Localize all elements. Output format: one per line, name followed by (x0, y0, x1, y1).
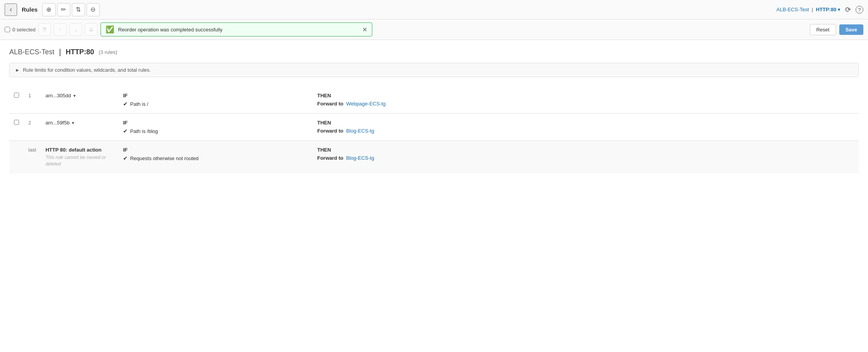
header-separator: | (59, 48, 61, 57)
rule-last-condition: ✔ Requests otherwise not routed (123, 155, 308, 161)
move-down-button[interactable]: ↓ (69, 23, 82, 36)
rule-last-forward-label: Forward to (317, 155, 343, 161)
rule-2-checkbox[interactable] (14, 120, 19, 125)
rule-2-action: Forward to Blog-ECS-tg (317, 128, 854, 134)
success-message: Reorder operation was completed successf… (118, 27, 358, 33)
rule-1-then-label: THEN (317, 93, 854, 98)
rules-count: (3 rules) (99, 49, 117, 55)
move-up-icon: ↑ (59, 26, 62, 33)
info-arrow-icon: ► (15, 67, 20, 73)
rule-2-target-link[interactable]: Blog-ECS-tg (346, 128, 374, 134)
rule-last-action: Forward to Blog-ECS-tg (317, 155, 854, 161)
rule-1-target-link[interactable]: Webpage-ECS-tg (346, 101, 386, 107)
plus-icon: ⊕ (46, 6, 51, 13)
back-button[interactable]: ‹ (5, 3, 17, 16)
instance-name: ALB-ECS-Test (776, 7, 809, 12)
rule-last-cannot-move: This rule cannot be moved or deleted (45, 154, 114, 167)
rule-1-number: 1 (24, 86, 41, 114)
check-icon: ✔ (123, 128, 128, 134)
info-box[interactable]: ► Rule limits for condition values, wild… (9, 63, 859, 77)
rule-2-if-cell: IF ✔ Path is /blog (118, 114, 312, 141)
table-row: last HTTP 80: default action This rule c… (9, 141, 859, 174)
rule-2-condition-text: Path is /blog (130, 128, 158, 134)
listener-label: HTTP:80 (816, 7, 837, 12)
rule-1-condition: ✔ Path is / (123, 101, 308, 107)
rule-1-dropdown[interactable]: ▾ (73, 93, 76, 98)
success-icon: ✅ (106, 25, 114, 34)
rule-1-condition-text: Path is / (130, 101, 148, 107)
rule-last-target-link[interactable]: Blog-ECS-tg (346, 155, 374, 161)
table-row: 1 arn...305dd ▾ IF ✔ Path is / THEN (9, 86, 859, 114)
minus-icon: ⊖ (90, 6, 95, 13)
page-title: ALB-ECS-Test (9, 48, 54, 56)
move-up-button[interactable]: ↑ (54, 23, 66, 36)
reorder-button[interactable]: ⇅ (72, 3, 85, 16)
add-rule-button[interactable]: ⊕ (42, 3, 56, 16)
main-content: ALB-ECS-Test | HTTP:80 (3 rules) ► Rule … (0, 40, 868, 352)
rule-2-number: 2 (24, 114, 41, 141)
rule-1-arn: arn...305dd (45, 93, 71, 98)
rule-last-number: last (24, 141, 41, 174)
page-listener: HTTP:80 (66, 48, 94, 56)
move-top-icon: ⇈ (42, 26, 47, 33)
move-top-button[interactable]: ⇈ (38, 23, 51, 36)
dropdown-caret[interactable]: ▾ (838, 7, 840, 12)
save-button[interactable]: Save (839, 24, 863, 35)
page-header: ALB-ECS-Test | HTTP:80 (3 rules) (9, 48, 859, 57)
rule-1-checkbox[interactable] (14, 93, 19, 98)
delete-rule-button[interactable]: ⊖ (87, 3, 100, 16)
close-banner-button[interactable]: ✕ (362, 26, 367, 33)
reset-button[interactable]: Reset (810, 24, 836, 35)
selected-count: 0 selected (12, 27, 35, 33)
rule-last-check-cell (9, 141, 24, 174)
rule-last-then-label: THEN (317, 147, 854, 153)
select-all-checkbox[interactable] (5, 27, 10, 32)
instance-info: ALB-ECS-Test | HTTP:80 ▾ (776, 7, 840, 12)
rule-2-arn-cell: arn...59f5b ▾ (41, 114, 118, 141)
close-icon: ✕ (362, 26, 367, 33)
rule-1-if-cell: IF ✔ Path is / (118, 86, 312, 114)
rule-2-then-cell: THEN Forward to Blog-ECS-tg (312, 114, 859, 141)
rule-1-arn-cell: arn...305dd ▾ (41, 86, 118, 114)
toolbar-title: Rules (22, 6, 38, 13)
check-icon: ✔ (123, 155, 128, 161)
success-banner: ✅ Reorder operation was completed succes… (101, 22, 372, 36)
move-down-icon: ↓ (75, 26, 77, 33)
rules-table: 1 arn...305dd ▾ IF ✔ Path is / THEN (9, 86, 859, 174)
rule-1-action: Forward to Webpage-ECS-tg (317, 101, 854, 107)
top-toolbar: ‹ Rules ⊕ ✏ ⇅ ⊖ ALB-ECS-Test | HTTP:80 ▾… (0, 0, 868, 19)
info-box-text: Rule limits for condition values, wildca… (23, 67, 151, 73)
move-bottom-button[interactable]: ⇊ (85, 23, 97, 36)
rule-2-if-label: IF (123, 120, 308, 126)
rule-2-arn: arn...59f5b (45, 120, 69, 126)
edit-icon: ✏ (61, 6, 66, 13)
edit-rule-button[interactable]: ✏ (57, 3, 70, 16)
refresh-icon: ⟳ (845, 6, 851, 14)
rule-2-condition: ✔ Path is /blog (123, 128, 308, 134)
help-icon: ? (856, 6, 863, 14)
rule-1-if-label: IF (123, 93, 308, 98)
rule-last-then-cell: THEN Forward to Blog-ECS-tg (312, 141, 859, 174)
help-button[interactable]: ? (856, 5, 863, 14)
rule-last-if-label: IF (123, 147, 308, 153)
check-icon: ✔ (123, 101, 128, 107)
select-all-wrapper: 0 selected (5, 27, 35, 33)
toolbar-right: ALB-ECS-Test | HTTP:80 ▾ ⟳ ? (776, 5, 863, 14)
move-bottom-icon: ⇊ (89, 26, 94, 33)
secondary-toolbar: 0 selected ⇈ ↑ ↓ ⇊ ✅ Reorder operation w… (0, 19, 868, 40)
refresh-button[interactable]: ⟳ (845, 5, 851, 14)
rule-1-then-cell: THEN Forward to Webpage-ECS-tg (312, 86, 859, 114)
rule-2-dropdown[interactable]: ▾ (72, 120, 74, 126)
rule-last-condition-text: Requests otherwise not routed (130, 155, 198, 161)
action-buttons: Reset Save (810, 24, 863, 35)
rule-last-if-cell: IF ✔ Requests otherwise not routed (118, 141, 312, 174)
reorder-icon: ⇅ (76, 6, 81, 13)
rule-checkbox-cell (9, 114, 24, 141)
rule-last-arn-cell: HTTP 80: default action This rule cannot… (41, 141, 118, 174)
rule-2-forward-label: Forward to (317, 128, 343, 134)
table-row: 2 arn...59f5b ▾ IF ✔ Path is /blog THEN (9, 114, 859, 141)
rule-last-title: HTTP 80: default action (45, 147, 114, 153)
rule-1-forward-label: Forward to (317, 101, 343, 107)
rule-checkbox-cell (9, 86, 24, 114)
rule-2-then-label: THEN (317, 120, 854, 126)
